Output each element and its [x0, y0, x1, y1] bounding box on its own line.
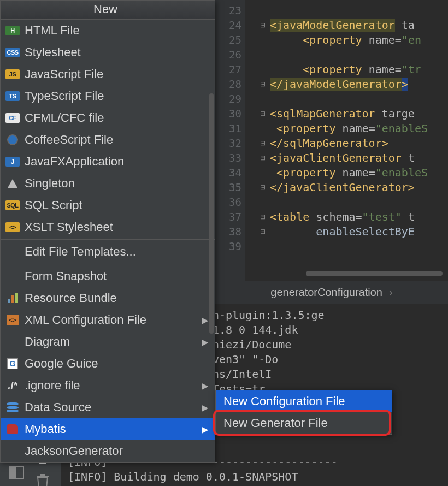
breadcrumb-item[interactable]: generatorConfiguration	[270, 286, 382, 299]
context-menu-scrollbar[interactable]	[209, 93, 214, 334]
fold-column: ⊟⊟⊟⊟⊟⊟⊟⊟	[245, 0, 270, 289]
tpl-icon	[5, 245, 20, 259]
svg-rect-1	[9, 467, 16, 479]
submenu-item-new-cfg[interactable]: New Configuration File	[216, 390, 392, 412]
menu-item-label: JacksonGenerator	[25, 444, 208, 458]
fold-toggle-icon[interactable]: ⊟	[260, 80, 267, 87]
menu-item-label: XSLT Stylesheet	[25, 220, 208, 234]
js-icon: JS	[5, 67, 20, 81]
menu-item-jack[interactable]: JacksonGenerator	[1, 440, 215, 462]
chevron-right-icon: ▶	[202, 424, 208, 435]
fold-toggle-icon[interactable]: ⊟	[260, 213, 267, 220]
fx-icon: J	[5, 155, 20, 169]
fold-toggle-icon[interactable]: ⊟	[260, 183, 267, 190]
editor-horizontal-scrollbar[interactable]	[306, 271, 443, 276]
menu-item-diag[interactable]: Diagram▶	[1, 331, 215, 353]
res-icon	[5, 291, 20, 305]
xslt-icon: <>	[5, 220, 20, 234]
menu-item-label: Data Source	[25, 400, 198, 414]
editor-area[interactable]: 2324252627282930313233343536373839 ⊟⊟⊟⊟⊟…	[215, 0, 448, 289]
menu-item-label: JavaScript File	[25, 67, 208, 81]
chevron-right-icon: ▶	[202, 337, 208, 347]
sql-icon: SQL	[5, 198, 20, 212]
sgl-icon	[5, 176, 20, 191]
menu-item-myb[interactable]: Mybatis▶	[1, 418, 215, 440]
menu-item-cfml[interactable]: CFCFML/CFC file	[1, 107, 215, 129]
ds-icon	[5, 400, 20, 414]
fold-toggle-icon[interactable]: ⊟	[260, 139, 267, 146]
snap-icon	[5, 269, 20, 283]
menu-item-label: TypeScript File	[25, 89, 208, 103]
xmlcfg-icon: <>	[5, 313, 20, 327]
menu-item-sql[interactable]: SQLSQL Script	[1, 194, 215, 216]
menu-item-ds[interactable]: Data Source▶	[1, 396, 215, 418]
menu-item-label: Google Guice	[25, 357, 208, 371]
chevron-right-icon: ▶	[202, 315, 208, 325]
line-number-gutter: 2324252627282930313233343536373839	[215, 0, 245, 289]
menu-item-label: HTML File	[25, 23, 208, 38]
menu-item-label: JavaFXApplication	[25, 155, 208, 169]
menu-item-label: SQL Script	[25, 198, 208, 212]
menu-item-label: Resource Bundle	[25, 291, 208, 305]
submenu-mybatis[interactable]: New Configuration FileNew Generator File	[215, 390, 392, 435]
menu-item-coffee[interactable]: CoffeeScript File	[1, 129, 215, 151]
menu-item-ignore[interactable]: .i*.ignore file▶	[1, 375, 215, 396]
menu-item-css[interactable]: CSSStylesheet	[1, 42, 215, 63]
fold-toggle-icon[interactable]: ⊟	[260, 154, 267, 161]
context-menu-body: HHTML FileCSSStylesheetJSJavaScript File…	[1, 20, 215, 462]
fold-toggle-icon[interactable]: ⊟	[260, 228, 267, 234]
trash-icon[interactable]	[31, 471, 55, 486]
ignore-icon: .i*	[5, 378, 20, 393]
menu-item-res[interactable]: Resource Bundle	[1, 287, 215, 309]
menu-item-label: CFML/CFC file	[25, 111, 208, 125]
guice-icon: G	[5, 357, 20, 371]
coffee-icon	[5, 133, 20, 147]
chevron-right-icon: ▶	[202, 402, 208, 413]
svg-rect-6	[40, 474, 45, 476]
css-icon: CSS	[5, 45, 20, 60]
menu-item-html[interactable]: HHTML File	[1, 20, 215, 42]
menu-item-label: XML Configuration File	[25, 313, 198, 327]
menu-item-ts[interactable]: TSTypeScript File	[1, 85, 215, 107]
menu-item-xslt[interactable]: <>XSLT Stylesheet	[1, 216, 215, 238]
menu-item-label: Edit File Templates...	[25, 245, 208, 259]
menu-item-js[interactable]: JSJavaScript File	[1, 63, 215, 85]
diag-icon	[5, 335, 20, 349]
cfml-icon: CF	[5, 111, 20, 125]
menu-item-label: Stylesheet	[25, 45, 208, 60]
context-menu-title: New	[1, 1, 215, 20]
menu-item-guice[interactable]: GGoogle Guice	[1, 353, 215, 375]
menu-item-label: Diagram	[25, 335, 198, 349]
menu-item-snap[interactable]: Form Snapshot	[1, 265, 215, 287]
html-icon: H	[5, 23, 20, 38]
code-content[interactable]: <javaModelGenerator ta <property name="e…	[270, 3, 448, 254]
myb-icon	[5, 422, 20, 436]
jack-icon	[5, 444, 20, 458]
fold-toggle-icon[interactable]: ⊟	[260, 21, 267, 28]
fold-toggle-icon[interactable]: ⊟	[260, 110, 267, 116]
menu-item-label: Singleton	[25, 176, 208, 191]
menu-item-xmlcfg[interactable]: <>XML Configuration File▶	[1, 309, 215, 331]
submenu-item-new-gen[interactable]: New Generator File	[216, 412, 392, 434]
menu-item-tpl[interactable]: Edit File Templates...	[1, 241, 215, 263]
svg-rect-5	[37, 476, 49, 477]
menu-item-label: CoffeeScript File	[25, 133, 208, 147]
menu-item-label: Form Snapshot	[25, 269, 208, 283]
chevron-right-icon: ›	[389, 286, 393, 299]
context-menu-new[interactable]: New HHTML FileCSSStylesheetJSJavaScript …	[0, 0, 215, 463]
menu-item-label: Mybatis	[25, 422, 198, 436]
chevron-right-icon: ▶	[202, 381, 208, 391]
menu-item-fx[interactable]: JJavaFXApplication	[1, 151, 215, 173]
ts-icon: TS	[5, 89, 20, 103]
menu-item-label: .ignore file	[25, 378, 198, 393]
layout-icon[interactable]	[4, 462, 28, 484]
menu-item-sgl[interactable]: Singleton	[1, 173, 215, 194]
breadcrumb-bar[interactable]: generatorConfiguration ›	[215, 281, 448, 304]
